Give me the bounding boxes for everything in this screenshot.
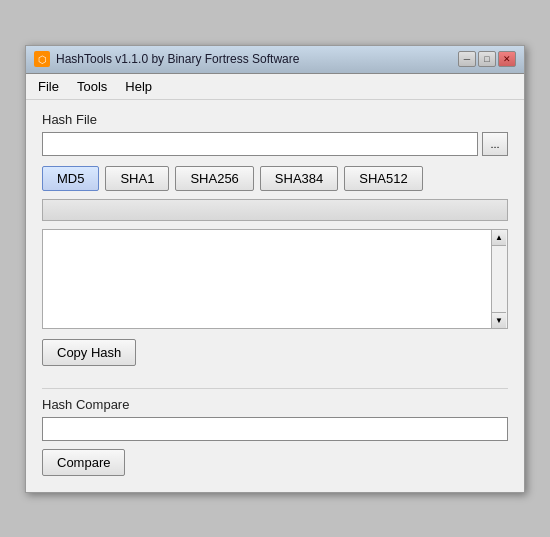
menu-file[interactable]: File bbox=[30, 76, 67, 97]
hash-file-input[interactable] bbox=[42, 132, 478, 156]
main-window: ⬡ HashTools v1.1.0 by Binary Fortress So… bbox=[25, 45, 525, 493]
md5-button[interactable]: MD5 bbox=[42, 166, 99, 191]
scrollbar-down-button[interactable]: ▼ bbox=[492, 312, 506, 328]
sha1-button[interactable]: SHA1 bbox=[105, 166, 169, 191]
sha512-button[interactable]: SHA512 bbox=[344, 166, 422, 191]
maximize-button[interactable]: □ bbox=[478, 51, 496, 67]
hash-compare-input[interactable] bbox=[42, 417, 508, 441]
main-content: Hash File ... MD5 SHA1 SHA256 SHA384 SHA… bbox=[26, 100, 524, 492]
compare-button[interactable]: Compare bbox=[42, 449, 125, 476]
hash-compare-label: Hash Compare bbox=[42, 397, 508, 412]
sha256-button[interactable]: SHA256 bbox=[175, 166, 253, 191]
hash-type-buttons: MD5 SHA1 SHA256 SHA384 SHA512 bbox=[42, 166, 508, 191]
window-title: HashTools v1.1.0 by Binary Fortress Soft… bbox=[56, 52, 299, 66]
title-bar: ⬡ HashTools v1.1.0 by Binary Fortress So… bbox=[26, 46, 524, 74]
progress-bar bbox=[42, 199, 508, 221]
separator bbox=[42, 388, 508, 389]
minimize-button[interactable]: ─ bbox=[458, 51, 476, 67]
hash-output-container: ▲ ▼ bbox=[42, 229, 508, 329]
hash-output-text bbox=[43, 230, 507, 328]
browse-button[interactable]: ... bbox=[482, 132, 508, 156]
title-bar-left: ⬡ HashTools v1.1.0 by Binary Fortress So… bbox=[34, 51, 299, 67]
hash-file-label: Hash File bbox=[42, 112, 508, 127]
hash-compare-section: Hash Compare Compare bbox=[42, 397, 508, 476]
menu-bar: File Tools Help bbox=[26, 74, 524, 100]
copy-hash-button[interactable]: Copy Hash bbox=[42, 339, 136, 366]
sha384-button[interactable]: SHA384 bbox=[260, 166, 338, 191]
close-button[interactable]: ✕ bbox=[498, 51, 516, 67]
scrollbar-up-button[interactable]: ▲ bbox=[492, 230, 506, 246]
window-controls: ─ □ ✕ bbox=[458, 51, 516, 67]
app-icon: ⬡ bbox=[34, 51, 50, 67]
hash-file-row: ... bbox=[42, 132, 508, 156]
menu-tools[interactable]: Tools bbox=[69, 76, 115, 97]
menu-help[interactable]: Help bbox=[117, 76, 160, 97]
scrollbar[interactable]: ▲ ▼ bbox=[491, 230, 507, 328]
